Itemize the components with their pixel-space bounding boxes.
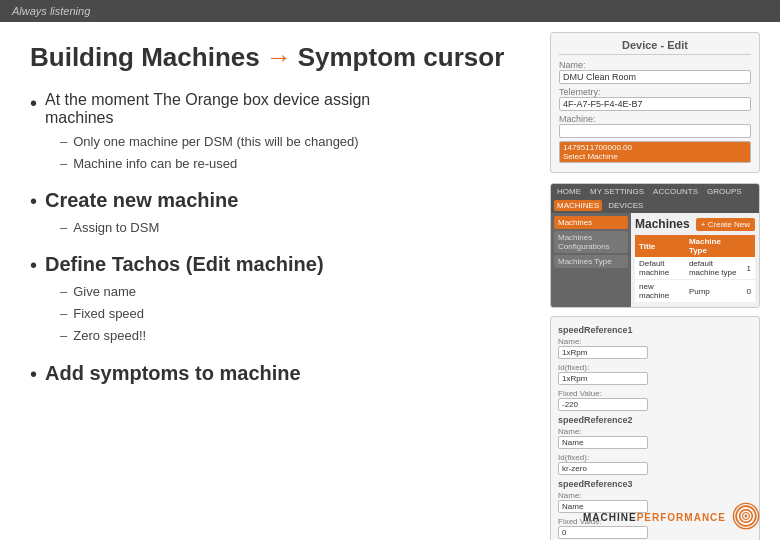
edit-name2-label: Name: [558,427,752,436]
speed-ref-3-label: speedReference3 [558,479,752,489]
edit-name2-value: Name [558,436,648,449]
sub-item-1-1: – Machine info can be re-used [60,153,410,175]
col-extra [743,235,755,257]
nav-settings[interactable]: MY SETTINGS [587,186,647,197]
sub-item-text: Assign to DSM [73,217,159,239]
logo-text: MACHINEPERFORMANCE [583,507,726,525]
machines-table: Title Machine Type Default machine defau… [635,235,755,303]
sub-item-1-0: – Only one machine per DSM (this will be… [60,131,410,153]
edit-name-field: Name: 1xRpm [558,337,752,359]
edit-name2-field: Name: Name [558,427,752,449]
left-content: • At the moment The Orange box device as… [30,91,410,386]
section3-text: Define Tachos (Edit machine) [45,253,324,276]
edit-id2-label: Id(fixed): [558,453,752,462]
edit-id-field: Id(fixed): 1xRpm [558,363,752,385]
create-new-label: + Create New [701,220,750,229]
main-content: Building Machines → Symptom cursor • At … [0,22,780,540]
bullet-main-3: • Define Tachos (Edit machine) [30,253,410,277]
col-title: Title [635,235,685,257]
title-part2: Symptom cursor [298,42,505,73]
device-machine-value [559,124,751,138]
top-bar: Always listening [0,0,780,22]
edit-name-value: 1xRpm [558,346,648,359]
device-field-highlight: 1479511700000.00 Select Machine [559,141,751,163]
bullet-dot-2: • [30,189,37,213]
machines-nav: HOME MY SETTINGS ACCOUNTS GROUPS MACHINE… [551,184,759,213]
machines-main: Machines + Create New Title Machine Type [631,213,759,307]
machines-title: Machines [635,217,690,231]
speed-ref-1-label: speedReference1 [558,325,752,335]
sub-list-2: – Assign to DSM [60,217,410,239]
sidebar-item-machines[interactable]: Machines [554,216,628,229]
table-row: new machine Pump 0 [635,280,755,303]
create-new-button[interactable]: + Create New [696,218,755,231]
speed-ref-2-label: speedReference2 [558,415,752,425]
device-name-label: Name: [559,60,751,70]
sub-item-3-2: – Zero speed!! [60,325,410,347]
edit-id2-field: Id(fixed): kr-zero [558,453,752,475]
device-telemetry-label: Telemetry: [559,87,751,97]
device-telemetry-value: 4F-A7-F5-F4-4E-B7 [559,97,751,111]
top-bar-text: Always listening [12,5,90,17]
device-highlight-value: 1479511700000.00 Select Machine [559,141,751,163]
cell-type-2: Pump [685,280,743,303]
edit-name-label: Name: [558,337,752,346]
edit-id-value: 1xRpm [558,372,648,385]
sub-list-1: – Only one machine per DSM (this will be… [60,131,410,175]
sidebar-item-configurations[interactable]: Machines Configurations [554,231,628,253]
nav-devices[interactable]: DEVICES [605,200,646,211]
bullet-section-1: • At the moment The Orange box device as… [30,91,410,175]
table-row: Default machine default machine type 1 [635,257,755,280]
edit-name3-label: Name: [558,491,752,500]
cell-num-1: 1 [743,257,755,280]
svg-point-1 [745,515,748,518]
bullet-main-1: • At the moment The Orange box device as… [30,91,410,127]
edit-id2-value: kr-zero [558,462,648,475]
sub-item-text: Fixed speed [73,303,144,325]
sub-item-text: Only one machine per DSM (this will be c… [73,131,358,153]
sub-item-3-0: – Give name [60,281,410,303]
cell-title-2: new machine [635,280,685,303]
section4-text: Add symptoms to machine [45,362,301,385]
device-machine-label: Machine: [559,114,751,124]
nav-home[interactable]: HOME [554,186,584,197]
machines-header: Machines + Create New [635,217,755,231]
device-card-title: Device - Edit [559,39,751,55]
screenshots-panel: Device - Edit Name: DMU Clean Room Telem… [550,32,760,540]
edit-id-label: Id(fixed): [558,363,752,372]
title-part1: Building Machines [30,42,260,73]
bullet-main-2: • Create new machine [30,189,410,213]
nav-groups[interactable]: GROUPS [704,186,745,197]
device-edit-card: Device - Edit Name: DMU Clean Room Telem… [550,32,760,173]
sub-item-text: Zero speed!! [73,325,146,347]
logo-performance: PERFORMANCE [637,512,726,523]
sub-item-2-0: – Assign to DSM [60,217,410,239]
edit-fixed-value: -220 [558,398,648,411]
logo-area: MACHINEPERFORMANCE [583,502,760,530]
edit-fixed-label: Fixed Value: [558,389,752,398]
sub-item-text: Machine info can be re-used [73,153,237,175]
nav-accounts[interactable]: ACCOUNTS [650,186,701,197]
cell-num-2: 0 [743,280,755,303]
sub-list-3: – Give name – Fixed speed – Zero speed!! [60,281,410,347]
bullet-section-2: • Create new machine – Assign to DSM [30,189,410,239]
section2-text: Create new machine [45,189,238,212]
logo-spiral-icon [732,502,760,530]
machines-panel: HOME MY SETTINGS ACCOUNTS GROUPS MACHINE… [550,183,760,308]
bullet-dot-3: • [30,253,37,277]
bullet-dot-4: • [30,362,37,386]
sub-item-3-1: – Fixed speed [60,303,410,325]
nav-machines[interactable]: MACHINES [554,200,602,211]
machines-sidebar: Machines Machines Configurations Machine… [551,213,631,307]
device-name-value: DMU Clean Room [559,70,751,84]
bullet-dot-1: • [30,91,37,115]
machines-body: Machines Machines Configurations Machine… [551,213,759,307]
edit-fixed-field: Fixed Value: -220 [558,389,752,411]
sub-item-text: Give name [73,281,136,303]
col-machine-type: Machine Type [685,235,743,257]
cell-type-1: default machine type [685,257,743,280]
bullet-section-3: • Define Tachos (Edit machine) – Give na… [30,253,410,347]
device-field-machine: Machine: [559,114,751,138]
sidebar-item-type[interactable]: Machines Type [554,255,628,268]
logo-machine: MACHINE [583,512,637,523]
